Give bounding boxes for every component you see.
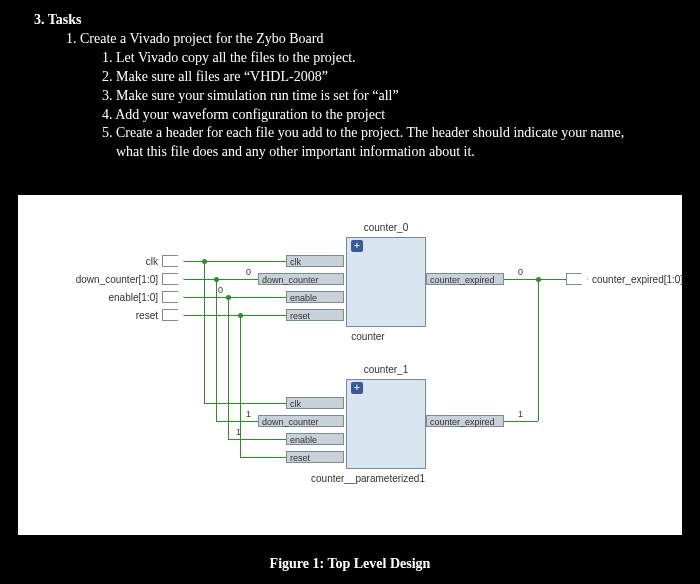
task-sub-5-cont: what this file does and any other import… [116, 143, 666, 162]
task-main: 1. Create a Vivado project for the Zybo … [66, 30, 666, 49]
pad-c0-en: enable [286, 291, 344, 303]
task-sub-5: 5. Create a header for each file you add… [102, 124, 666, 143]
wire-node [214, 277, 219, 282]
port-reset-label: reset [68, 310, 158, 321]
wire [184, 315, 286, 316]
port-reset: reset [68, 309, 184, 321]
wire [184, 297, 286, 298]
block-c1-instance: counter__parameterized1 [288, 473, 448, 484]
task-sub-3: 3. Make sure your simulation run time is… [102, 87, 666, 106]
block-counter-0: counter_0 + [346, 237, 426, 327]
tasks-heading: 3. Tasks [34, 12, 666, 28]
port-shape-in-icon [162, 291, 184, 303]
wire-node [226, 295, 231, 300]
wire-node [536, 277, 541, 282]
pad-c0-out: counter_expired [426, 273, 504, 285]
port-counter-expired-out: counter_expired[1:0] [566, 273, 683, 285]
idx-c1-dc: 1 [246, 409, 251, 419]
idx-c0-dc: 0 [246, 267, 251, 277]
expand-icon[interactable]: + [351, 240, 363, 252]
task-sub-2: 2. Make sure all files are “VHDL-2008” [102, 68, 666, 87]
block-counter-0-header: counter_0 [347, 222, 425, 233]
port-shape-in-icon [162, 309, 184, 321]
port-shape-in-icon [162, 273, 184, 285]
port-down-counter-label: down_counter[1:0] [68, 274, 158, 285]
wire [184, 261, 286, 262]
port-shape-in-icon [162, 255, 184, 267]
pad-c1-dc: down_counter [258, 415, 344, 427]
expand-icon[interactable]: + [351, 382, 363, 394]
idx-c1-ce: 1 [518, 409, 523, 419]
idx-c0-en: 0 [218, 285, 223, 295]
pad-c1-out: counter_expired [426, 415, 504, 427]
port-clk: clk [68, 255, 184, 267]
wire [216, 421, 258, 422]
port-clk-label: clk [68, 256, 158, 267]
wire-node [238, 313, 243, 318]
wire [538, 279, 539, 421]
port-down-counter: down_counter[1:0] [68, 273, 184, 285]
wire [184, 279, 258, 280]
diagram-frame: clk down_counter[1:0] enable[1:0] reset … [18, 195, 682, 535]
wire [216, 279, 217, 421]
idx-c0-ce: 0 [518, 267, 523, 277]
block-c0-instance: counter [308, 331, 428, 342]
block-counter-1-header: counter_1 [347, 364, 425, 375]
pad-c1-clk: clk [286, 397, 344, 409]
task-sub-4: 4. Add your waveform configuration to th… [102, 106, 666, 125]
port-enable: enable[1:0] [68, 291, 184, 303]
wire [240, 457, 286, 458]
figure-caption: Figure 1: Top Level Design [0, 556, 700, 572]
wire [504, 421, 538, 422]
pad-c0-dc: down_counter [258, 273, 344, 285]
pad-c1-en: enable [286, 433, 344, 445]
idx-c1-en: 1 [236, 427, 241, 437]
port-enable-label: enable[1:0] [68, 292, 158, 303]
wire [228, 297, 229, 439]
wire [204, 261, 205, 403]
port-counter-expired-label: counter_expired[1:0] [592, 274, 683, 285]
pad-c0-reset: reset [286, 309, 344, 321]
port-shape-out-icon [566, 273, 588, 285]
wire-node [202, 259, 207, 264]
wire [228, 439, 286, 440]
pad-c0-clk: clk [286, 255, 344, 267]
wire [504, 279, 566, 280]
block-counter-1: counter_1 + [346, 379, 426, 469]
pad-c1-reset: reset [286, 451, 344, 463]
tasks-section: 3. Tasks 1. Create a Vivado project for … [0, 0, 700, 170]
task-sub-1: 1. Let Vivado copy all the files to the … [102, 49, 666, 68]
